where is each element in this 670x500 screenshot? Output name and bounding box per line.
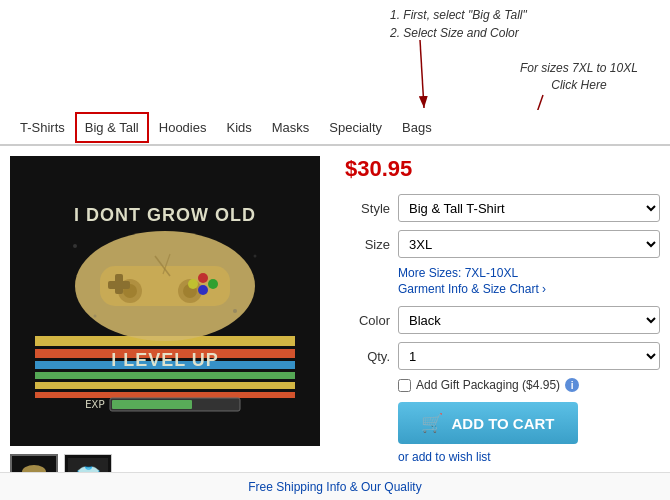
nav-bar: T-Shirts Big & Tall Hoodies Kids Masks S… <box>0 110 670 146</box>
annotation-step1: 1. First, select "Big & Tall" <box>390 8 527 22</box>
svg-point-22 <box>188 279 198 289</box>
more-sizes-link[interactable]: More Sizes: 7XL-10XL <box>398 266 660 280</box>
nav-item-specialty[interactable]: Specialty <box>319 112 392 143</box>
svg-text:EXP: EXP <box>85 398 105 411</box>
product-image: I DONT GROW OLD I LEVEL UP EXP <box>10 156 320 446</box>
gift-packaging-label: Add Gift Packaging ($4.95) <box>416 378 560 392</box>
size-select[interactable]: 2XL 3XL 4XL 5XL 6XL <box>398 230 660 258</box>
add-to-cart-label: ADD TO CART <box>451 415 554 432</box>
wish-list-link[interactable]: or add to wish list <box>398 450 660 464</box>
svg-rect-9 <box>35 382 295 389</box>
svg-rect-29 <box>112 400 192 409</box>
bottom-bar: Free Shipping Info & Our Quality <box>0 472 670 500</box>
footer-link[interactable]: Free Shipping Info & Our Quality <box>248 480 421 494</box>
svg-rect-8 <box>35 372 295 379</box>
product-artwork: I DONT GROW OLD I LEVEL UP EXP <box>25 166 305 436</box>
style-select[interactable]: Big & Tall T-Shirt Big & Tall Hoodie Big… <box>398 194 660 222</box>
garment-info-link[interactable]: Garment Info & Size Chart › <box>398 282 660 296</box>
svg-point-32 <box>94 315 97 318</box>
color-label: Color <box>345 313 390 328</box>
annotation-sizes-note: For sizes 7XL to 10XLClick Here <box>520 60 638 94</box>
svg-rect-18 <box>108 281 130 289</box>
gift-info-icon[interactable]: i <box>565 378 579 392</box>
nav-item-bigtall[interactable]: Big & Tall <box>75 112 149 143</box>
left-column: I DONT GROW OLD I LEVEL UP EXP <box>10 156 330 500</box>
svg-point-20 <box>208 279 218 289</box>
size-row: Size 2XL 3XL 4XL 5XL 6XL <box>345 230 660 258</box>
style-row: Style Big & Tall T-Shirt Big & Tall Hood… <box>345 194 660 222</box>
size-label: Size <box>345 237 390 252</box>
svg-point-21 <box>198 285 208 295</box>
svg-rect-10 <box>35 392 295 398</box>
style-label: Style <box>345 201 390 216</box>
add-to-cart-button[interactable]: 🛒 ADD TO CART <box>398 402 578 444</box>
gift-packaging-row: Add Gift Packaging ($4.95) i <box>398 378 660 392</box>
qty-label: Qty. <box>345 349 390 364</box>
annotation-step2: 2. Select Size and Color <box>390 26 519 40</box>
main-layout: I DONT GROW OLD I LEVEL UP EXP <box>0 146 670 500</box>
qty-row: Qty. 1 2 3 4 5 6 7 8 9 10 <box>345 342 660 370</box>
product-price: $30.95 <box>345 156 660 182</box>
qty-select[interactable]: 1 2 3 4 5 6 7 8 9 10 <box>398 342 660 370</box>
cart-icon: 🛒 <box>421 412 443 434</box>
svg-text:I DONT GROW OLD: I DONT GROW OLD <box>74 205 256 225</box>
svg-point-19 <box>198 273 208 283</box>
svg-line-2 <box>420 40 424 108</box>
color-select[interactable]: Black Navy Dark Gray Royal Blue <box>398 306 660 334</box>
gift-packaging-checkbox[interactable] <box>398 379 411 392</box>
nav-item-hoodies[interactable]: Hoodies <box>149 112 217 143</box>
color-row: Color Black Navy Dark Gray Royal Blue <box>345 306 660 334</box>
right-column: $30.95 Style Big & Tall T-Shirt Big & Ta… <box>345 156 660 500</box>
nav-item-bags[interactable]: Bags <box>392 112 442 143</box>
svg-text:I LEVEL UP: I LEVEL UP <box>111 350 219 370</box>
svg-point-30 <box>73 244 77 248</box>
nav-item-masks[interactable]: Masks <box>262 112 320 143</box>
nav-item-tshirts[interactable]: T-Shirts <box>10 112 75 143</box>
svg-line-3 <box>490 95 543 110</box>
svg-point-33 <box>233 309 237 313</box>
arrow-overlay <box>0 0 670 110</box>
svg-point-31 <box>254 255 257 258</box>
nav-item-kids[interactable]: Kids <box>216 112 261 143</box>
